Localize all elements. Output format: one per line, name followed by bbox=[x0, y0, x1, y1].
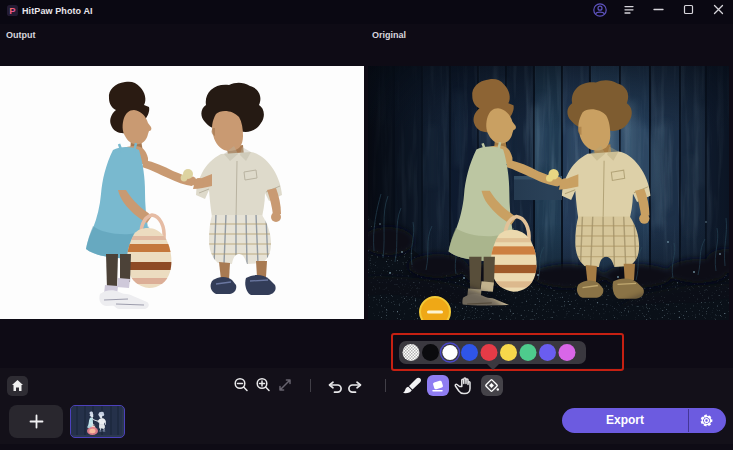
svg-text:P: P bbox=[9, 5, 16, 16]
